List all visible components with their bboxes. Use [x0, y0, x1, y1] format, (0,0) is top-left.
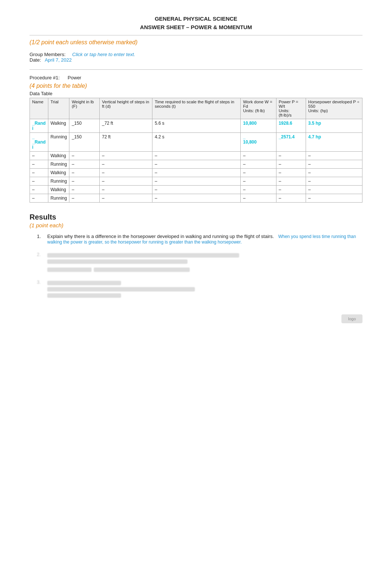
table-row: – Walking – – – – – – — [30, 169, 362, 177]
cell-name: – — [30, 160, 48, 169]
results-title: Results — [30, 213, 362, 221]
cell-hp: – — [306, 177, 362, 186]
cell-work: – — [241, 194, 276, 203]
question-1-row: 1. Explain why there is a difference in … — [37, 234, 362, 245]
cell-hp: – — [306, 194, 362, 203]
col-height: Vertical height of steps in ft (d) — [100, 98, 152, 119]
table-row: – Running – – – – – – — [30, 194, 362, 203]
mid-divider — [30, 69, 362, 70]
cell-name: – — [30, 169, 48, 177]
cell-trial: Running — [48, 160, 69, 169]
cell-height: 72 ft — [100, 133, 152, 152]
table-heading: (4 points for the table) — [30, 83, 362, 89]
col-hp: Horsepower developed P ÷ 550Units: (hp) — [306, 98, 362, 119]
date-label: Date: — [30, 57, 41, 63]
cell-trial: Walking — [48, 119, 69, 133]
cell-power: _2571.4 — [276, 133, 306, 152]
cell-hp: – — [306, 186, 362, 194]
cell-work: – — [241, 160, 276, 169]
cell-trial: Running — [48, 194, 69, 203]
cell-time: – — [152, 152, 241, 160]
cell-name: _Rand i — [30, 119, 48, 133]
cell-time: – — [152, 169, 241, 177]
top-divider — [30, 35, 362, 35]
cell-trial: Walking — [48, 152, 69, 160]
cell-height: – — [100, 169, 152, 177]
cell-height: – — [100, 152, 152, 160]
cell-weight: _150 — [69, 133, 100, 152]
data-table: Name Trial Weight in lb (F) Vertical hei… — [30, 98, 362, 203]
bottom-logo-area: logo — [30, 314, 362, 323]
cell-hp: – — [306, 160, 362, 169]
date-value: April 7, 2022 — [45, 57, 72, 63]
question-block: 1. Explain why there is a difference in … — [37, 234, 362, 245]
table-row: – Walking – – – – – – — [30, 152, 362, 160]
cell-height: – — [100, 160, 152, 169]
results-section: Results (1 point each) 1. Explain why th… — [30, 213, 362, 300]
group-value[interactable]: Click or tap here to enter text. — [72, 52, 135, 57]
cell-hp: – — [306, 152, 362, 160]
cell-work: 10,800 — [241, 119, 276, 133]
cell-time: – — [152, 186, 241, 194]
col-time: Time required to scale the flight of ste… — [152, 98, 241, 119]
cell-name: – — [30, 194, 48, 203]
cell-time: – — [152, 160, 241, 169]
table-row: – Running – – – – – – — [30, 160, 362, 169]
cell-height: – — [100, 177, 152, 186]
cell-hp: – — [306, 169, 362, 177]
cell-weight: – — [69, 186, 100, 194]
cell-trial: Running — [48, 133, 69, 152]
cell-work: – — [241, 177, 276, 186]
q1-text: Explain why there is a difference in the… — [47, 234, 362, 245]
cell-power: – — [276, 194, 306, 203]
blurred-q2: 2. 3. — [37, 251, 362, 300]
table-row: _Rand i Walking _150 _72 ft 5.6 s 10,800… — [30, 119, 362, 133]
page-title: GENERAL PHYSICAL SCIENCE ANSWER SHEET – … — [30, 15, 362, 31]
cell-work: – — [241, 186, 276, 194]
table-row: – Running – – – – – – — [30, 177, 362, 186]
data-table-label: Data Table — [30, 91, 362, 96]
cell-trial: Running — [48, 177, 69, 186]
cell-name: – — [30, 152, 48, 160]
logo-icon: logo — [341, 314, 362, 323]
cell-power: 1928.6 — [276, 119, 306, 133]
cell-name: – — [30, 186, 48, 194]
col-trial: Trial — [48, 98, 69, 119]
table-row: – Walking – – – – – – — [30, 186, 362, 194]
q1-num: 1. — [37, 234, 44, 239]
cell-time: 5.6 s — [152, 119, 241, 133]
results-subtitle: (1 point each) — [30, 222, 362, 228]
cell-trial: Walking — [48, 169, 69, 177]
cell-work: – — [241, 169, 276, 177]
cell-height: _72 ft — [100, 119, 152, 133]
col-weight: Weight in lb (F) — [69, 98, 100, 119]
scoring-note: (1/2 point each unless otherwise marked) — [30, 39, 362, 46]
cell-trial: Walking — [48, 186, 69, 194]
cell-time: 4.2 s — [152, 133, 241, 152]
col-power: Power P = W/tUnits: (ft·lb)/s — [276, 98, 306, 119]
table-row: _ _Rand i Running _150 72 ft 4.2 s _ 10,… — [30, 133, 362, 152]
cell-power: – — [276, 152, 306, 160]
procedure-label: Procedure #1: Power — [30, 75, 362, 80]
cell-work: _ 10,800 — [241, 133, 276, 152]
cell-name: – — [30, 177, 48, 186]
cell-work: – — [241, 152, 276, 160]
cell-height: – — [100, 194, 152, 203]
cell-power: – — [276, 160, 306, 169]
cell-weight: – — [69, 152, 100, 160]
col-work: Work done W = FdUnits: (ft·lb) — [241, 98, 276, 119]
cell-weight: – — [69, 169, 100, 177]
cell-power: – — [276, 169, 306, 177]
cell-height: – — [100, 186, 152, 194]
group-label: Group Members: — [30, 52, 66, 57]
cell-power: – — [276, 186, 306, 194]
col-name: Name — [30, 98, 48, 119]
cell-hp: 4.7 hp — [306, 133, 362, 152]
cell-time: – — [152, 194, 241, 203]
table-section: (4 points for the table) Data Table Name… — [30, 83, 362, 203]
cell-weight: _150 — [69, 119, 100, 133]
group-date-section: Group Members: Click or tap here to ente… — [30, 52, 362, 63]
cell-weight: – — [69, 160, 100, 169]
cell-power: – — [276, 177, 306, 186]
cell-time: – — [152, 177, 241, 186]
